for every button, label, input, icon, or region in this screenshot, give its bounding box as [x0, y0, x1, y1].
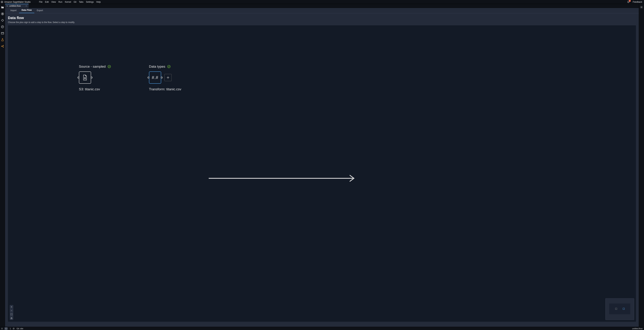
svg-point-13: [108, 65, 110, 68]
menu-tabs[interactable]: Tabs: [78, 1, 85, 3]
data-types-glyph: #.#: [152, 75, 158, 80]
page-subtitle: Choose the plus sign to add a step to th…: [8, 21, 636, 24]
node-source-subtitle: S3: titanic.csv: [79, 87, 126, 91]
page-title: Data flow: [8, 16, 636, 20]
svg-point-5: [2, 26, 2, 27]
svg-point-14: [168, 65, 170, 68]
document-icon: [82, 75, 88, 81]
flow-header: Data flow Choose the plus sign to add a …: [5, 13, 639, 25]
zoom-out-button[interactable]: −: [10, 309, 13, 312]
activity-bar: [0, 4, 5, 327]
canvas[interactable]: Source - sampled S3: tit: [8, 25, 636, 322]
check-circle-icon: [108, 65, 111, 68]
node-transform-box[interactable]: #.#: [149, 71, 161, 84]
port-out[interactable]: [91, 77, 92, 78]
node-source-title-row: Source - sampled: [79, 65, 126, 69]
plus-icon: [166, 76, 170, 79]
node-transform-title-row: Data types: [149, 65, 196, 69]
zoom-in-button[interactable]: +: [10, 305, 13, 309]
menu-edit[interactable]: Edit: [44, 1, 50, 3]
status-left-count: 0: [2, 327, 2, 330]
flow-file-icon: [6, 5, 8, 7]
git-icon: [1, 19, 4, 22]
flow-tab-export[interactable]: Export: [34, 8, 46, 13]
close-icon[interactable]: [25, 5, 27, 7]
activity-git[interactable]: [1, 19, 4, 22]
check-circle-icon: [167, 65, 171, 68]
flow-tab-import[interactable]: Import: [8, 8, 19, 13]
tab-title: untitled.flow: [9, 5, 21, 7]
status-terminals-chip[interactable]: [4, 327, 8, 330]
port-out[interactable]: [161, 77, 162, 78]
palette-icon: [1, 25, 4, 29]
menu-kernel[interactable]: Kernel: [64, 1, 72, 3]
svg-point-16: [641, 7, 642, 8]
lock-icon: [10, 317, 12, 319]
node-source-box[interactable]: [79, 71, 91, 84]
flow-tabs: Import Data Flow Export: [5, 8, 639, 13]
instance-icon[interactable]: [12, 327, 15, 330]
status-git[interactable]: Git: idle: [16, 327, 23, 330]
svg-point-1: [2, 2, 2, 2]
svg-rect-17: [6, 328, 7, 329]
port-in[interactable]: [78, 77, 79, 78]
lock-button[interactable]: [10, 316, 13, 320]
activity-running[interactable]: [1, 12, 4, 16]
window-icon: [1, 32, 4, 35]
minimap[interactable]: [605, 298, 634, 320]
svg-point-10: [3, 45, 4, 46]
activity-experiments[interactable]: [1, 38, 4, 41]
minimap-node-source: [615, 308, 617, 310]
svg-rect-8: [1, 32, 4, 34]
menu-help[interactable]: Help: [95, 1, 102, 3]
brand-label: Amazon SageMaker Studio: [4, 1, 30, 3]
menu-file[interactable]: File: [38, 1, 44, 3]
gear-icon[interactable]: [640, 6, 643, 9]
tab-untitled-flow[interactable]: untitled.flow: [5, 4, 28, 8]
activity-endpoints[interactable]: [1, 45, 4, 48]
menubar: Amazon SageMaker Studio File Edit View R…: [0, 0, 644, 4]
flow-tab-dataflow[interactable]: Data Flow: [19, 8, 34, 13]
feedback-link[interactable]: Feedback: [632, 1, 643, 3]
zoom-controls: + −: [10, 305, 13, 320]
statusbar: 0 1 Git: idle untitled.flow: [0, 327, 644, 330]
terminal-icon: [5, 327, 7, 330]
menu-settings[interactable]: Settings: [85, 1, 95, 3]
stop-circle-icon: [1, 12, 4, 16]
expand-icon: [10, 313, 12, 315]
menu-git[interactable]: Git: [72, 1, 78, 3]
add-step-button[interactable]: [164, 74, 172, 81]
fit-button[interactable]: [10, 312, 13, 316]
svg-point-7: [2, 27, 2, 28]
node-transform-title: Data types: [149, 65, 165, 69]
menus: File Edit View Run Kernel Git Tabs Setti…: [38, 1, 102, 3]
node-source: Source - sampled S3: tit: [79, 65, 126, 91]
status-terminals-count: 1: [10, 327, 11, 330]
svg-rect-3: [2, 14, 3, 14]
svg-rect-15: [11, 318, 12, 319]
node-transform: Data types #.# Transform: titanic: [149, 65, 196, 91]
svg-point-4: [1, 26, 4, 28]
svg-point-9: [2, 46, 2, 47]
menu-run[interactable]: Run: [57, 1, 64, 3]
flask-icon: [1, 38, 4, 41]
activity-files[interactable]: [1, 6, 4, 9]
notification-badge: 3: [629, 0, 631, 2]
sagemaker-logo-icon: [1, 1, 3, 3]
svg-point-19: [14, 328, 14, 329]
brand: Amazon SageMaker Studio: [1, 1, 30, 3]
tabstrip: untitled.flow: [5, 4, 639, 8]
editor-main: untitled.flow Import Data Flow Export Da…: [5, 4, 639, 327]
notifications-button[interactable]: 3: [627, 1, 630, 4]
right-rail: [639, 4, 644, 327]
menu-view[interactable]: View: [50, 1, 57, 3]
folder-icon: [1, 6, 4, 9]
activity-commands[interactable]: [1, 25, 4, 29]
node-transform-subtitle: Transform: titanic.csv: [149, 87, 196, 91]
status-right-file: untitled.flow: [632, 327, 642, 330]
svg-point-6: [3, 26, 3, 27]
activity-tabs[interactable]: [1, 32, 4, 35]
node-source-title: Source - sampled: [79, 65, 106, 69]
port-in[interactable]: [148, 77, 149, 78]
share-icon: [1, 45, 4, 48]
